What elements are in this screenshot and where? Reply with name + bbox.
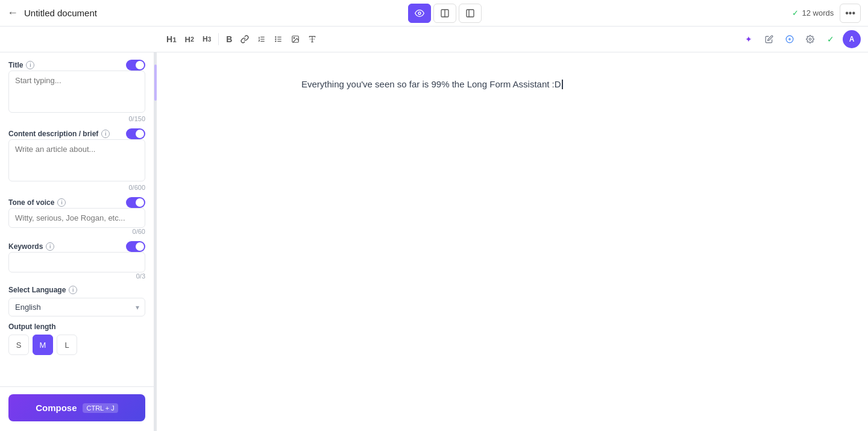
editor-text-content: Everything you've seen so far is 99% the… (301, 79, 561, 89)
title-label: Title i (8, 61, 34, 69)
h1-button[interactable]: H1 (163, 31, 180, 48)
content-toggle[interactable] (126, 128, 145, 139)
h3-button[interactable]: H3 (199, 31, 215, 48)
keywords-section-header: Keywords i (8, 241, 145, 252)
tone-input[interactable] (8, 208, 145, 228)
compose-button[interactable]: Compose CTRL + J (8, 394, 145, 421)
view-toggle-group (408, 4, 482, 23)
bold-button[interactable]: B (222, 31, 236, 48)
title-section-header: Title i (8, 60, 145, 71)
output-length-section: Output length S M L (8, 322, 145, 355)
keywords-char-count: 0/3 (8, 272, 145, 280)
avatar[interactable]: A (843, 30, 861, 48)
back-button[interactable]: ← (7, 7, 18, 19)
size-s-button[interactable]: S (8, 335, 29, 355)
tone-toggle[interactable] (126, 197, 145, 208)
language-section: Select Language i English Spanish French… (8, 286, 145, 316)
tone-info-icon[interactable]: i (57, 198, 66, 207)
svg-point-0 (418, 12, 421, 14)
content-section: Content description / brief i 0/600 (8, 128, 145, 191)
keywords-label: Keywords i (8, 242, 54, 251)
language-select[interactable]: English Spanish French German Italian (8, 298, 145, 316)
view-split-button[interactable] (433, 4, 456, 23)
text-cursor (562, 80, 563, 89)
size-m-button[interactable]: M (33, 335, 53, 355)
ordered-list-button[interactable] (254, 31, 269, 48)
toolbar-separator-1 (218, 33, 219, 45)
content-info-icon[interactable]: i (101, 130, 110, 138)
main-content: Title i 0/150 Content description / brie… (0, 52, 868, 431)
svg-rect-3 (467, 10, 474, 17)
check-icon: ✓ (792, 8, 799, 17)
tone-label: Tone of voice i (8, 198, 66, 207)
keywords-toggle[interactable] (126, 241, 145, 252)
size-l-button[interactable]: L (57, 335, 77, 355)
tone-char-count: 0/60 (8, 228, 145, 235)
title-info-icon[interactable]: i (26, 61, 34, 69)
content-input[interactable] (8, 139, 145, 181)
compose-shortcut: CTRL + J (83, 403, 118, 413)
more-button[interactable]: ••• (840, 4, 861, 23)
language-info-icon[interactable]: i (69, 286, 77, 294)
header-left: ← Untitled document (7, 7, 97, 19)
keywords-info-icon[interactable]: i (46, 242, 54, 251)
unordered-list-button[interactable] (271, 31, 286, 48)
svg-point-15 (294, 37, 295, 39)
language-dropdown-wrapper: English Spanish French German Italian ▾ (8, 298, 145, 316)
check-icon[interactable]: ✓ (822, 31, 839, 48)
image-button[interactable] (288, 31, 303, 48)
output-length-label: Output length (8, 322, 145, 331)
tone-section-header: Tone of voice i (8, 197, 145, 208)
word-count: ✓ 12 words (792, 8, 834, 17)
size-button-group: S M L (8, 335, 145, 355)
content-char-count: 0/600 (8, 184, 145, 191)
keywords-section: Keywords i 0/3 (8, 241, 145, 280)
svg-point-12 (275, 39, 276, 39)
title-toggle[interactable] (126, 60, 145, 71)
editor-content: Everything you've seen so far is 99% the… (301, 77, 723, 92)
settings-icon[interactable] (802, 31, 819, 48)
doc-title: Untitled document (24, 8, 97, 18)
toolbar-left: H1 H2 H3 B (163, 31, 320, 48)
compose-label: Compose (36, 403, 77, 413)
header-right: ✓ 12 words ••• (792, 4, 861, 23)
sidebar: Title i 0/150 Content description / brie… (0, 52, 154, 431)
header: ← Untitled document ✓ 12 words ••• (0, 0, 868, 27)
compose-footer: Compose CTRL + J (0, 386, 154, 431)
word-count-label: 12 words (802, 8, 834, 17)
editor-text[interactable]: Everything you've seen so far is 99% the… (301, 77, 723, 92)
svg-point-20 (809, 38, 811, 40)
clear-format-button[interactable] (304, 31, 320, 48)
link-button[interactable] (237, 31, 253, 48)
editor-area[interactable]: Everything you've seen so far is 99% the… (157, 52, 868, 431)
svg-point-13 (275, 41, 276, 42)
view-panel-button[interactable] (459, 4, 482, 23)
svg-point-11 (275, 37, 276, 37)
title-section: Title i 0/150 (8, 60, 145, 122)
edit-icon[interactable] (761, 31, 778, 48)
h2-button[interactable]: H2 (181, 31, 198, 48)
ai-assist-icon[interactable]: ✦ (740, 31, 757, 48)
language-label: Select Language i (8, 286, 145, 294)
content-label: Content description / brief i (8, 130, 110, 138)
formatting-toolbar: H1 H2 H3 B ✦ ✓ A (0, 27, 868, 52)
title-input[interactable] (8, 71, 145, 113)
title-char-count: 0/150 (8, 115, 145, 122)
view-eye-button[interactable] (408, 4, 431, 23)
tone-section: Tone of voice i 0/60 (8, 197, 145, 235)
grammar-icon[interactable] (781, 31, 798, 48)
keywords-input[interactable] (8, 252, 145, 272)
toolbar-right: ✦ ✓ A (740, 30, 861, 48)
content-section-header: Content description / brief i (8, 128, 145, 139)
